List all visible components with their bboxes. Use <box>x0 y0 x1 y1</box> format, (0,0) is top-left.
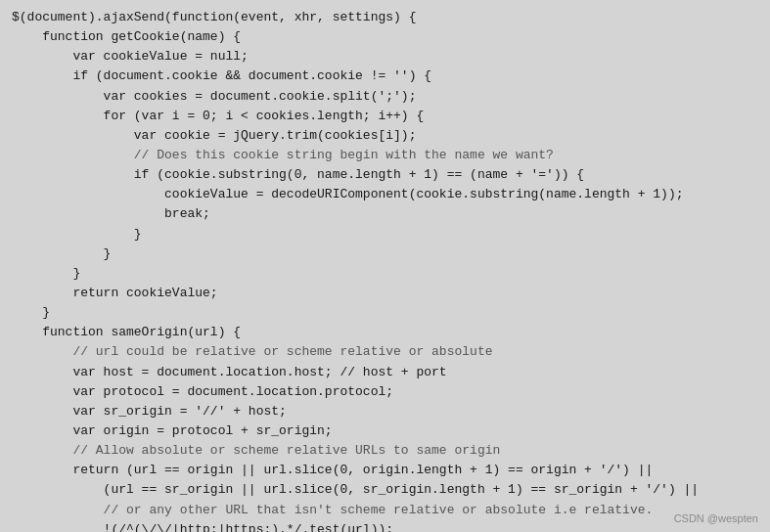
code-line: if (cookie.substring(0, name.length + 1)… <box>12 165 758 185</box>
code-line: } <box>12 303 758 323</box>
code-line: var cookie = jQuery.trim(cookies[i]); <box>12 126 758 146</box>
code-container: $(document).ajaxSend(function(event, xhr… <box>0 0 770 532</box>
code-line: function sameOrigin(url) { <box>12 323 758 342</box>
code-line: var origin = protocol + sr_origin; <box>12 421 758 441</box>
code-line: var protocol = document.location.protoco… <box>12 382 758 402</box>
code-line: cookieValue = decodeURIComponent(cookie.… <box>12 185 758 204</box>
code-line: var host = document.location.host; // ho… <box>12 363 758 382</box>
code-line: } <box>12 264 758 284</box>
code-line: for (var i = 0; i < cookies.length; i++)… <box>12 107 758 126</box>
code-line: var sr_origin = '//' + host; <box>12 402 758 421</box>
code-line: break; <box>12 204 758 224</box>
code-line: var cookieValue = null; <box>12 47 758 66</box>
code-line: } <box>12 244 758 264</box>
code-line: // url could be relative or scheme relat… <box>12 342 758 362</box>
code-block: $(document).ajaxSend(function(event, xhr… <box>12 8 758 532</box>
code-line: $(document).ajaxSend(function(event, xhr… <box>12 8 758 27</box>
code-line: function getCookie(name) { <box>12 27 758 47</box>
code-line: } <box>12 225 758 244</box>
watermark: CSDN @wespten <box>674 512 758 524</box>
code-line: // or any other URL that isn't scheme re… <box>12 501 758 520</box>
code-line: // Allow absolute or scheme relative URL… <box>12 441 758 461</box>
code-line: var cookies = document.cookie.split(';')… <box>12 87 758 107</box>
code-line: return (url == origin || url.slice(0, or… <box>12 461 758 480</box>
code-line: // Does this cookie string begin with th… <box>12 146 758 165</box>
code-line: (url == sr_origin || url.slice(0, sr_ori… <box>12 480 758 500</box>
code-line: !(/^(\/\/|http:|https:).*/.test(url)); <box>12 520 758 532</box>
code-line: if (document.cookie && document.cookie !… <box>12 66 758 86</box>
code-line: return cookieValue; <box>12 284 758 303</box>
